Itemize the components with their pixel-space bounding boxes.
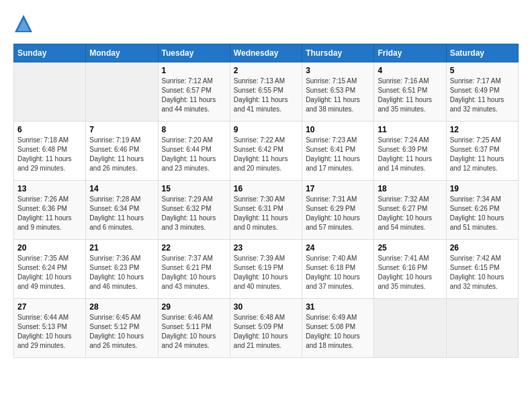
day-info: Sunrise: 7:40 AMSunset: 6:18 PMDaylight:… — [306, 254, 370, 291]
day-number: 31 — [306, 302, 370, 312]
day-info: Sunrise: 7:20 AMSunset: 6:44 PMDaylight:… — [162, 136, 226, 173]
day-cell: 21Sunrise: 7:36 AMSunset: 6:23 PMDayligh… — [86, 240, 158, 299]
day-number: 24 — [306, 243, 370, 253]
day-info: Sunrise: 7:31 AMSunset: 6:29 PMDaylight:… — [306, 195, 370, 232]
logo — [13, 13, 36, 34]
day-number: 21 — [89, 243, 154, 253]
week-row-2: 6Sunrise: 7:18 AMSunset: 6:48 PMDaylight… — [14, 122, 519, 181]
day-info: Sunrise: 7:34 AMSunset: 6:26 PMDaylight:… — [450, 195, 515, 232]
day-cell: 11Sunrise: 7:24 AMSunset: 6:39 PMDayligh… — [374, 122, 446, 181]
day-number: 17 — [306, 184, 370, 193]
day-cell: 10Sunrise: 7:23 AMSunset: 6:41 PMDayligh… — [302, 122, 374, 181]
day-cell: 6Sunrise: 7:18 AMSunset: 6:48 PMDaylight… — [14, 122, 86, 181]
day-number: 25 — [378, 243, 442, 253]
day-number: 29 — [162, 302, 226, 312]
day-number: 16 — [234, 184, 298, 193]
day-cell: 7Sunrise: 7:19 AMSunset: 6:46 PMDaylight… — [86, 122, 158, 181]
column-header-saturday: Saturday — [446, 44, 518, 62]
week-row-4: 20Sunrise: 7:35 AMSunset: 6:24 PMDayligh… — [14, 240, 519, 299]
day-cell: 28Sunrise: 6:45 AMSunset: 5:12 PMDayligh… — [86, 299, 158, 358]
day-number: 13 — [17, 184, 82, 193]
day-number: 26 — [450, 243, 515, 253]
week-row-1: 1Sunrise: 7:12 AMSunset: 6:57 PMDaylight… — [14, 62, 519, 122]
day-cell: 8Sunrise: 7:20 AMSunset: 6:44 PMDaylight… — [158, 122, 230, 181]
day-info: Sunrise: 7:29 AMSunset: 6:32 PMDaylight:… — [162, 195, 226, 232]
day-info: Sunrise: 7:17 AMSunset: 6:49 PMDaylight:… — [450, 77, 515, 114]
day-info: Sunrise: 7:28 AMSunset: 6:34 PMDaylight:… — [89, 195, 154, 232]
column-header-sunday: Sunday — [14, 44, 86, 62]
column-header-wednesday: Wednesday — [230, 44, 302, 62]
day-number: 22 — [162, 243, 226, 253]
day-cell: 17Sunrise: 7:31 AMSunset: 6:29 PMDayligh… — [302, 181, 374, 240]
day-cell: 1Sunrise: 7:12 AMSunset: 6:57 PMDaylight… — [158, 62, 230, 122]
day-cell: 29Sunrise: 6:46 AMSunset: 5:11 PMDayligh… — [158, 299, 230, 358]
day-info: Sunrise: 7:32 AMSunset: 6:27 PMDaylight:… — [378, 195, 442, 232]
column-header-thursday: Thursday — [302, 44, 374, 62]
column-header-monday: Monday — [86, 44, 158, 62]
day-info: Sunrise: 7:23 AMSunset: 6:41 PMDaylight:… — [306, 136, 370, 173]
day-number: 1 — [162, 66, 226, 75]
calendar-body: 1Sunrise: 7:12 AMSunset: 6:57 PMDaylight… — [14, 62, 519, 358]
day-info: Sunrise: 7:36 AMSunset: 6:23 PMDaylight:… — [89, 254, 154, 291]
day-cell: 30Sunrise: 6:48 AMSunset: 5:09 PMDayligh… — [230, 299, 302, 358]
day-info: Sunrise: 6:49 AMSunset: 5:08 PMDaylight:… — [306, 313, 370, 351]
day-cell — [374, 299, 446, 358]
day-cell: 3Sunrise: 7:15 AMSunset: 6:53 PMDaylight… — [302, 62, 374, 122]
day-number: 20 — [17, 243, 82, 253]
day-cell: 18Sunrise: 7:32 AMSunset: 6:27 PMDayligh… — [374, 181, 446, 240]
day-cell: 16Sunrise: 7:30 AMSunset: 6:31 PMDayligh… — [230, 181, 302, 240]
day-info: Sunrise: 7:18 AMSunset: 6:48 PMDaylight:… — [17, 136, 82, 173]
calendar-table: SundayMondayTuesdayWednesdayThursdayFrid… — [13, 44, 519, 358]
day-number: 11 — [378, 125, 442, 134]
day-cell: 24Sunrise: 7:40 AMSunset: 6:18 PMDayligh… — [302, 240, 374, 299]
day-cell: 4Sunrise: 7:16 AMSunset: 6:51 PMDaylight… — [374, 62, 446, 122]
day-info: Sunrise: 6:48 AMSunset: 5:09 PMDaylight:… — [234, 313, 298, 351]
day-info: Sunrise: 7:41 AMSunset: 6:16 PMDaylight:… — [378, 254, 442, 291]
day-number: 14 — [89, 184, 154, 193]
day-cell — [86, 62, 158, 122]
day-number: 19 — [450, 184, 515, 193]
day-number: 15 — [162, 184, 226, 193]
day-cell — [14, 62, 86, 122]
day-number: 5 — [450, 66, 515, 75]
week-row-3: 13Sunrise: 7:26 AMSunset: 6:36 PMDayligh… — [14, 181, 519, 240]
day-info: Sunrise: 7:22 AMSunset: 6:42 PMDaylight:… — [234, 136, 298, 173]
logo-icon — [13, 13, 34, 34]
day-cell: 15Sunrise: 7:29 AMSunset: 6:32 PMDayligh… — [158, 181, 230, 240]
day-cell: 26Sunrise: 7:42 AMSunset: 6:15 PMDayligh… — [446, 240, 518, 299]
day-info: Sunrise: 7:19 AMSunset: 6:46 PMDaylight:… — [89, 136, 154, 173]
day-cell: 23Sunrise: 7:39 AMSunset: 6:19 PMDayligh… — [230, 240, 302, 299]
day-number: 10 — [306, 125, 370, 134]
day-info: Sunrise: 7:12 AMSunset: 6:57 PMDaylight:… — [162, 77, 226, 114]
day-info: Sunrise: 7:16 AMSunset: 6:51 PMDaylight:… — [378, 77, 442, 114]
day-number: 2 — [234, 66, 298, 75]
day-number: 9 — [234, 125, 298, 134]
day-info: Sunrise: 7:13 AMSunset: 6:55 PMDaylight:… — [234, 77, 298, 114]
week-row-5: 27Sunrise: 6:44 AMSunset: 5:13 PMDayligh… — [14, 299, 519, 358]
day-info: Sunrise: 7:39 AMSunset: 6:19 PMDaylight:… — [234, 254, 298, 291]
day-info: Sunrise: 7:35 AMSunset: 6:24 PMDaylight:… — [17, 254, 82, 291]
day-info: Sunrise: 6:44 AMSunset: 5:13 PMDaylight:… — [17, 313, 82, 351]
day-cell: 22Sunrise: 7:37 AMSunset: 6:21 PMDayligh… — [158, 240, 230, 299]
day-number: 3 — [306, 66, 370, 75]
calendar-header: SundayMondayTuesdayWednesdayThursdayFrid… — [14, 44, 519, 62]
day-number: 18 — [378, 184, 442, 193]
day-info: Sunrise: 7:37 AMSunset: 6:21 PMDaylight:… — [162, 254, 226, 291]
day-info: Sunrise: 7:30 AMSunset: 6:31 PMDaylight:… — [234, 195, 298, 232]
column-header-friday: Friday — [374, 44, 446, 62]
day-cell: 5Sunrise: 7:17 AMSunset: 6:49 PMDaylight… — [446, 62, 518, 122]
day-cell: 2Sunrise: 7:13 AMSunset: 6:55 PMDaylight… — [230, 62, 302, 122]
day-number: 12 — [450, 125, 515, 134]
day-cell: 31Sunrise: 6:49 AMSunset: 5:08 PMDayligh… — [302, 299, 374, 358]
day-info: Sunrise: 7:42 AMSunset: 6:15 PMDaylight:… — [450, 254, 515, 291]
header-row: SundayMondayTuesdayWednesdayThursdayFrid… — [14, 44, 519, 62]
day-cell: 14Sunrise: 7:28 AMSunset: 6:34 PMDayligh… — [86, 181, 158, 240]
day-info: Sunrise: 6:45 AMSunset: 5:12 PMDaylight:… — [89, 313, 154, 351]
day-number: 23 — [234, 243, 298, 253]
day-number: 30 — [234, 302, 298, 312]
day-info: Sunrise: 7:26 AMSunset: 6:36 PMDaylight:… — [17, 195, 82, 232]
day-number: 28 — [89, 302, 154, 312]
day-cell: 19Sunrise: 7:34 AMSunset: 6:26 PMDayligh… — [446, 181, 518, 240]
day-number: 6 — [17, 125, 82, 134]
page-header — [13, 13, 519, 34]
